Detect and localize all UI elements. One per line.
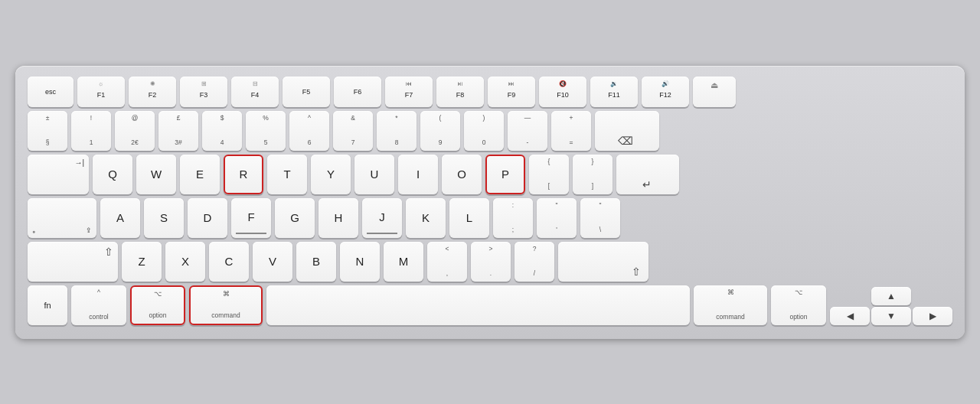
key-delete[interactable]: ⌫ — [595, 111, 659, 151]
key-d[interactable]: D — [188, 198, 227, 238]
key-1[interactable]: ! 1 — [71, 111, 111, 151]
key-lbracket[interactable]: { [ — [529, 155, 569, 194]
key-f9[interactable]: ⏭ F9 — [488, 77, 535, 107]
key-i[interactable]: I — [398, 155, 438, 194]
key-minus[interactable]: — - — [508, 111, 547, 151]
key-f[interactable]: F — [231, 198, 271, 238]
fn-row: esc ☼ F1 ✺ F2 ⊞ F3 ⊟ F4 F5 F6 ⏮ F7 — [28, 77, 952, 107]
key-backtick[interactable]: ± § — [28, 111, 67, 151]
key-f10[interactable]: 🔇 F10 — [539, 77, 586, 107]
key-5[interactable]: % 5 — [246, 111, 286, 151]
key-x[interactable]: X — [165, 242, 205, 282]
zxcv-row: ⇧ Z X C V B N M < , > . ? — [28, 242, 952, 282]
key-tab[interactable]: →| — [28, 155, 89, 194]
key-4[interactable]: $ 4 — [202, 111, 242, 151]
key-6[interactable]: ^ 6 — [289, 111, 329, 151]
key-n[interactable]: N — [340, 242, 380, 282]
key-q[interactable]: Q — [93, 155, 132, 194]
key-semicolon[interactable]: : ; — [493, 198, 533, 238]
key-command-right[interactable]: ⌘ command — [694, 285, 767, 325]
key-2[interactable]: @ 2€ — [115, 111, 155, 151]
key-slash[interactable]: ? / — [514, 242, 554, 282]
key-quote[interactable]: " ' — [537, 198, 577, 238]
key-e[interactable]: E — [180, 155, 220, 194]
key-arrow-up[interactable]: ▲ — [871, 287, 911, 305]
key-option-left[interactable]: ⌥ option — [130, 285, 185, 325]
key-space[interactable] — [266, 285, 690, 325]
key-fn[interactable]: fn — [28, 285, 67, 325]
qwerty-row: →| Q W E R T Y U I O P { — [28, 155, 952, 194]
key-u[interactable]: U — [354, 155, 394, 194]
key-v[interactable]: V — [253, 242, 292, 282]
key-f3[interactable]: ⊞ F3 — [180, 77, 227, 107]
key-y[interactable]: Y — [311, 155, 351, 194]
key-a[interactable]: A — [100, 198, 140, 238]
key-f11[interactable]: 🔉 F11 — [590, 77, 638, 107]
key-f1[interactable]: ☼ F1 — [77, 77, 125, 107]
key-arrow-left[interactable]: ◀ — [830, 307, 870, 325]
key-f4[interactable]: ⊟ F4 — [231, 77, 279, 107]
key-k[interactable]: K — [406, 198, 446, 238]
key-command-left[interactable]: ⌘ command — [189, 285, 263, 325]
key-return[interactable]: ↵ — [616, 155, 679, 194]
key-3[interactable]: £ 3# — [158, 111, 198, 151]
key-j[interactable]: J — [362, 198, 402, 238]
key-shift-right[interactable]: ⇧ — [558, 242, 648, 282]
key-control[interactable]: ^ control — [71, 285, 126, 325]
key-w[interactable]: W — [136, 155, 176, 194]
key-shift-left[interactable]: ⇧ — [28, 242, 118, 282]
key-0[interactable]: ) 0 — [464, 111, 504, 151]
key-arrow-right[interactable]: ▶ — [913, 307, 952, 325]
key-period[interactable]: > . — [471, 242, 511, 282]
asdf-row: ● ⇪ A S D F G H J K L : ; — [28, 198, 952, 238]
key-g[interactable]: G — [275, 198, 315, 238]
key-h[interactable]: H — [318, 198, 358, 238]
key-comma[interactable]: < , — [427, 242, 467, 282]
key-t[interactable]: T — [267, 155, 307, 194]
key-caps[interactable]: ● ⇪ — [28, 198, 96, 238]
key-s[interactable]: S — [144, 198, 184, 238]
key-f2[interactable]: ✺ F2 — [129, 77, 176, 107]
key-z[interactable]: Z — [122, 242, 162, 282]
key-equals[interactable]: + = — [551, 111, 591, 151]
key-p[interactable]: P — [485, 155, 525, 194]
key-rbracket[interactable]: } ] — [573, 155, 612, 194]
key-c[interactable]: C — [209, 242, 249, 282]
key-pipe[interactable]: " \ — [580, 198, 620, 238]
key-b[interactable]: B — [296, 242, 336, 282]
key-f7[interactable]: ⏮ F7 — [385, 77, 433, 107]
key-7[interactable]: & 7 — [333, 111, 373, 151]
key-f6[interactable]: F6 — [334, 77, 381, 107]
modifier-row: fn ^ control ⌥ option ⌘ command ⌘ comman… — [28, 285, 952, 325]
key-m[interactable]: M — [384, 242, 423, 282]
key-8[interactable]: * 8 — [377, 111, 416, 151]
arrow-cluster: ▲ ◀ ▼ ▶ — [830, 287, 952, 325]
key-9[interactable]: ( 9 — [420, 111, 460, 151]
key-esc[interactable]: esc — [28, 77, 74, 107]
key-f12[interactable]: 🔊 F12 — [642, 77, 689, 107]
keyboard: esc ☼ F1 ✺ F2 ⊞ F3 ⊟ F4 F5 F6 ⏮ F7 — [15, 66, 965, 339]
key-r[interactable]: R — [224, 155, 263, 194]
key-o[interactable]: O — [442, 155, 482, 194]
key-f5[interactable]: F5 — [283, 77, 330, 107]
key-eject[interactable]: ⏏ . — [693, 77, 736, 107]
num-row: ± § ! 1 @ 2€ £ 3# $ 4 % 5 ^ 6 & 7 — [28, 111, 952, 151]
key-arrow-down[interactable]: ▼ — [871, 307, 911, 325]
key-l[interactable]: L — [449, 198, 489, 238]
key-option-right[interactable]: ⌥ option — [771, 285, 826, 325]
key-f8[interactable]: ⏯ F8 — [436, 77, 484, 107]
